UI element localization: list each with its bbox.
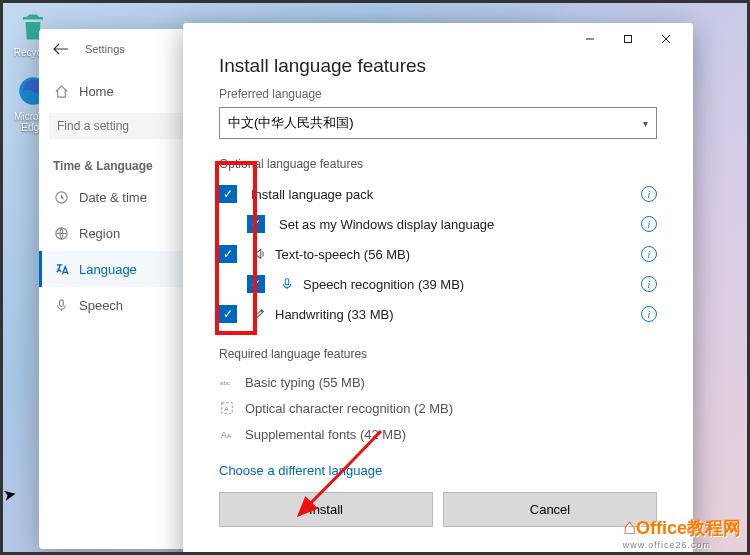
svg-text:abc: abc <box>220 379 230 386</box>
install-pack-checkbox[interactable]: ✓ <box>219 185 237 203</box>
display-language-checkbox[interactable]: ✓ <box>247 215 265 233</box>
install-pack-label: Install language pack <box>251 187 373 202</box>
clock-icon <box>53 189 69 205</box>
search-input[interactable] <box>49 113 187 139</box>
watermark: ⌂Office教程网 www.office26.com <box>623 514 741 550</box>
sidebar-item-speech[interactable]: Speech <box>39 287 197 323</box>
svg-rect-3 <box>59 299 63 306</box>
sidebar-item-region[interactable]: Region <box>39 215 197 251</box>
sidebar-speech-label: Speech <box>79 298 123 313</box>
install-language-dialog: Install language features Preferred lang… <box>183 23 693 555</box>
watermark-brand: Office教程网 <box>636 518 741 538</box>
svg-rect-4 <box>625 36 632 43</box>
handwriting-checkbox[interactable]: ✓ <box>219 305 237 323</box>
watermark-url: www.office26.com <box>623 540 741 550</box>
sidebar-language-label: Language <box>79 262 137 277</box>
sidebar-region-label: Region <box>79 226 120 241</box>
sidebar-home-label: Home <box>79 84 114 99</box>
optional-features-heading: Optional language features <box>219 157 657 171</box>
speaker-icon <box>251 246 267 262</box>
tts-label: Text-to-speech (56 MB) <box>275 247 410 262</box>
option-speech-recognition: ✓ Speech recognition (39 MB) i <box>219 269 657 299</box>
language-selected: 中文(中华人民共和国) <box>228 114 354 132</box>
sidebar-item-datetime[interactable]: Date & time <box>39 179 197 215</box>
basic-typing-label: Basic typing (55 MB) <box>245 375 365 390</box>
required-basic-typing: abc Basic typing (55 MB) <box>219 369 657 395</box>
pen-icon <box>251 306 267 322</box>
settings-sidebar: Home Time & Language Date & time Region <box>39 69 197 549</box>
settings-title: Settings <box>85 43 125 55</box>
keyboard-icon: abc <box>219 374 235 390</box>
option-handwriting: ✓ Handwriting (33 MB) i <box>219 299 657 329</box>
choose-different-language-link[interactable]: Choose a different language <box>219 463 382 478</box>
ocr-icon: A <box>219 400 235 416</box>
speech-rec-checkbox[interactable]: ✓ <box>247 275 265 293</box>
svg-text:A: A <box>221 430 227 440</box>
svg-text:A: A <box>224 405 229 412</box>
info-icon[interactable]: i <box>641 186 657 202</box>
sidebar-item-home[interactable]: Home <box>39 73 197 109</box>
required-ocr: A Optical character recognition (2 MB) <box>219 395 657 421</box>
maximize-button[interactable] <box>609 27 647 51</box>
info-icon[interactable]: i <box>641 276 657 292</box>
tts-checkbox[interactable]: ✓ <box>219 245 237 263</box>
back-button[interactable] <box>49 37 73 61</box>
required-fonts: AA Supplemental fonts (42 MB) <box>219 421 657 447</box>
close-button[interactable] <box>647 27 685 51</box>
globe-icon <box>53 225 69 241</box>
speech-rec-label: Speech recognition (39 MB) <box>303 277 464 292</box>
fonts-label: Supplemental fonts (42 MB) <box>245 427 406 442</box>
mic-icon <box>279 276 295 292</box>
mic-icon <box>53 297 69 313</box>
sidebar-datetime-label: Date & time <box>79 190 147 205</box>
svg-text:A: A <box>227 432 232 439</box>
display-language-label: Set as my Windows display language <box>279 217 494 232</box>
font-icon: AA <box>219 426 235 442</box>
option-install-pack: ✓ Install language pack i <box>219 179 657 209</box>
info-icon[interactable]: i <box>641 246 657 262</box>
language-combobox[interactable]: 中文(中华人民共和国) ▾ <box>219 107 657 139</box>
dialog-titlebar <box>183 23 693 55</box>
option-display-language: ✓ Set as my Windows display language i <box>219 209 657 239</box>
language-icon <box>53 261 69 277</box>
home-icon <box>53 83 69 99</box>
chevron-down-icon: ▾ <box>643 118 648 129</box>
handwriting-label: Handwriting (33 MB) <box>275 307 394 322</box>
svg-rect-5 <box>285 279 289 285</box>
info-icon[interactable]: i <box>641 216 657 232</box>
preferred-language-label: Preferred language <box>219 87 657 101</box>
required-features-heading: Required language features <box>219 347 657 361</box>
minimize-button[interactable] <box>571 27 609 51</box>
sidebar-category: Time & Language <box>39 149 197 179</box>
install-button[interactable]: Install <box>219 492 433 527</box>
dialog-title: Install language features <box>219 55 657 77</box>
info-icon[interactable]: i <box>641 306 657 322</box>
sidebar-item-language[interactable]: Language <box>39 251 197 287</box>
ocr-label: Optical character recognition (2 MB) <box>245 401 453 416</box>
option-tts: ✓ Text-to-speech (56 MB) i <box>219 239 657 269</box>
